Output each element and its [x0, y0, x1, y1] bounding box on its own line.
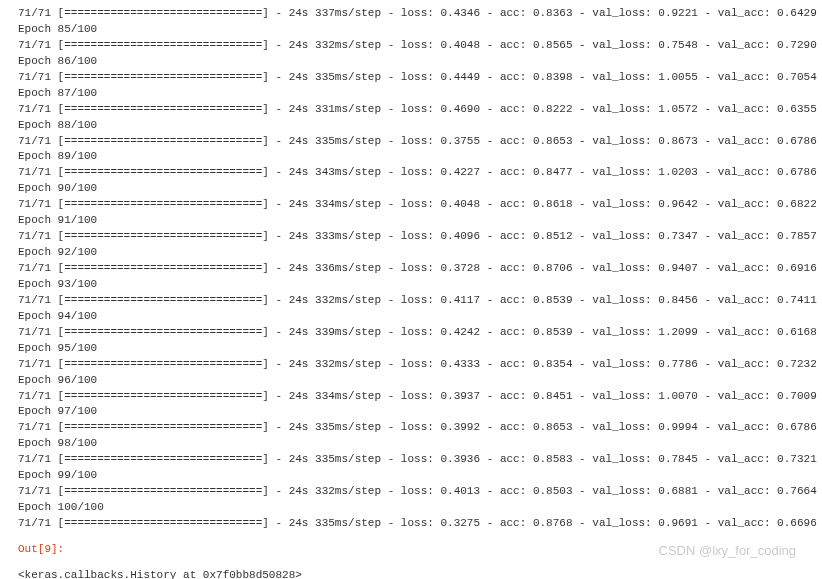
epoch-label: Epoch 89/100: [18, 149, 804, 165]
epoch-label: Epoch 95/100: [18, 341, 804, 357]
epoch-label: Epoch 88/100: [18, 118, 804, 134]
progress-line: 71/71 [==============================] -…: [18, 516, 804, 532]
progress-line: 71/71 [==============================] -…: [18, 389, 804, 405]
progress-line: 71/71 [==============================] -…: [18, 229, 804, 245]
progress-line: 71/71 [==============================] -…: [18, 197, 804, 213]
progress-line: 71/71 [==============================] -…: [18, 293, 804, 309]
epoch-label: Epoch 99/100: [18, 468, 804, 484]
progress-line: 71/71 [==============================] -…: [18, 261, 804, 277]
progress-line: 71/71 [==============================] -…: [18, 134, 804, 150]
epoch-label: Epoch 94/100: [18, 309, 804, 325]
epoch-label: Epoch 97/100: [18, 404, 804, 420]
progress-line: 71/71 [==============================] -…: [18, 38, 804, 54]
progress-line: 71/71 [==============================] -…: [18, 357, 804, 373]
progress-line: 71/71 [==============================] -…: [18, 484, 804, 500]
progress-line: 71/71 [==============================] -…: [18, 452, 804, 468]
progress-line: 71/71 [==============================] -…: [18, 70, 804, 86]
epoch-label: Epoch 90/100: [18, 181, 804, 197]
epoch-label: Epoch 85/100: [18, 22, 804, 38]
jupyter-out-marker: Out[9]:: [18, 542, 804, 558]
epoch-label: Epoch 100/100: [18, 500, 804, 516]
epoch-label: Epoch 93/100: [18, 277, 804, 293]
progress-line: 71/71 [==============================] -…: [18, 165, 804, 181]
history-object-repr: <keras.callbacks.History at 0x7f0bb8d508…: [18, 568, 804, 579]
epoch-label: Epoch 86/100: [18, 54, 804, 70]
training-log-output: 71/71 [==============================] -…: [18, 6, 804, 532]
epoch-label: Epoch 98/100: [18, 436, 804, 452]
progress-line: 71/71 [==============================] -…: [18, 325, 804, 341]
progress-line: 71/71 [==============================] -…: [18, 420, 804, 436]
progress-line: 71/71 [==============================] -…: [18, 102, 804, 118]
epoch-label: Epoch 87/100: [18, 86, 804, 102]
progress-line: 71/71 [==============================] -…: [18, 6, 804, 22]
epoch-label: Epoch 96/100: [18, 373, 804, 389]
epoch-label: Epoch 91/100: [18, 213, 804, 229]
epoch-label: Epoch 92/100: [18, 245, 804, 261]
